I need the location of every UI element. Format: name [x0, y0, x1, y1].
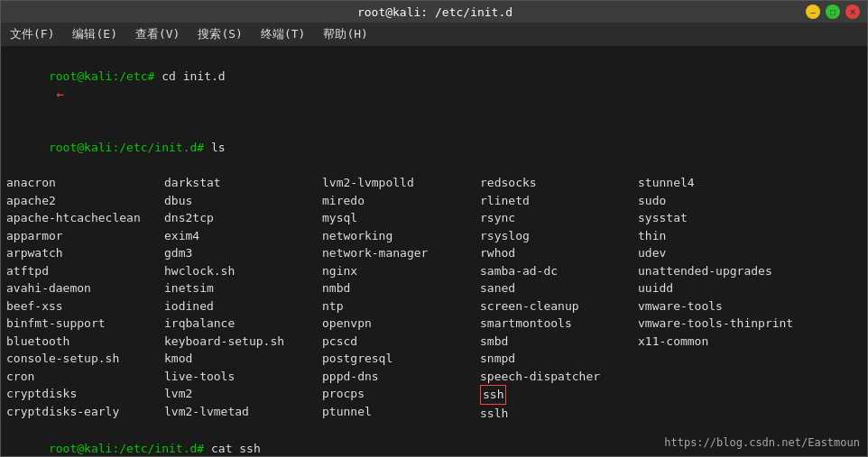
- title-bar: root@kali: /etc/init.d – □ ✕: [1, 1, 867, 23]
- file-samba-ad-dc: samba-ad-dc: [480, 262, 638, 280]
- file-sudo: sudo: [638, 192, 796, 210]
- file-exim4: exim4: [164, 227, 322, 245]
- maximize-button[interactable]: □: [826, 5, 840, 19]
- terminal-line-ls: root@kali:/etc/init.d# ls: [6, 122, 862, 175]
- file-snmpd: snmpd: [480, 350, 638, 368]
- file-lvm2-lvmpolld: lvm2-lvmpolld: [322, 174, 480, 192]
- file-screen-cleanup: screen-cleanup: [480, 297, 638, 315]
- file-apparmor: apparmor: [6, 227, 164, 245]
- file-pcscd: pcscd: [322, 333, 480, 351]
- file-beef-xss: beef-xss: [6, 297, 164, 315]
- col-5: stunnel4 sudo sysstat thin udev unattend…: [638, 174, 796, 422]
- terminal-body[interactable]: root@kali:/etc# cd init.d ← root@kali:/e…: [1, 46, 867, 456]
- prompt-3: root@kali:/etc/init.d#: [49, 442, 204, 455]
- file-vmware-tools-thinprint: vmware-tools-thinprint: [638, 315, 796, 333]
- file-irqbalance: irqbalance: [164, 315, 322, 333]
- file-keyboard-setup: keyboard-setup.sh: [164, 333, 322, 351]
- menu-file[interactable]: 文件(F): [6, 25, 58, 43]
- terminal-line-cd: root@kali:/etc# cd init.d ←: [6, 50, 862, 122]
- file-cryptdisks-early: cryptdisks-early: [6, 403, 164, 421]
- window-controls: – □ ✕: [806, 5, 867, 19]
- file-listing: anacron apache2 apache-htcacheclean appa…: [6, 174, 862, 422]
- file-rwhod: rwhod: [480, 244, 638, 262]
- menu-view[interactable]: 查看(V): [132, 25, 183, 43]
- file-cron: cron: [6, 368, 164, 386]
- file-pppd-dns: pppd-dns: [322, 368, 480, 386]
- terminal-window: root@kali: /etc/init.d – □ ✕ 文件(F) 编辑(E)…: [0, 0, 868, 457]
- window-title: root@kali: /etc/init.d: [64, 5, 806, 19]
- minimize-button[interactable]: –: [806, 5, 820, 19]
- file-miredo: miredo: [322, 192, 480, 210]
- file-saned: saned: [480, 279, 638, 297]
- file-anacron: anacron: [6, 174, 164, 192]
- file-iodined: iodined: [164, 297, 322, 315]
- file-stunnel4: stunnel4: [638, 174, 796, 192]
- file-darkstat: darkstat: [164, 174, 322, 192]
- file-lvm2-lvmetad: lvm2-lvmetad: [164, 403, 322, 421]
- menu-help[interactable]: 帮助(H): [319, 25, 371, 43]
- cmd-cat: cat ssh: [204, 442, 261, 455]
- file-cryptdisks: cryptdisks: [6, 385, 164, 403]
- file-binfmt-support: binfmt-support: [6, 315, 164, 333]
- file-dns2tcp: dns2tcp: [164, 209, 322, 227]
- col-4: redsocks rlinetd rsync rsyslog rwhod sam…: [480, 174, 638, 422]
- file-nginx: nginx: [322, 262, 480, 280]
- file-speech-dispatcher: speech-dispatcher: [480, 368, 638, 386]
- file-thin: thin: [638, 227, 796, 245]
- watermark: https://blog.csdn.net/Eastmoun: [664, 436, 860, 449]
- menu-search[interactable]: 搜索(S): [194, 25, 245, 43]
- col-3: lvm2-lvmpolld miredo mysql networking ne…: [322, 174, 480, 422]
- prompt-2: root@kali:/etc/init.d#: [49, 141, 204, 154]
- col-1: anacron apache2 apache-htcacheclean appa…: [6, 174, 164, 422]
- file-x11-common: x11-common: [638, 333, 796, 351]
- cmd-cd: cd init.d: [154, 69, 225, 83]
- file-openvpn: openvpn: [322, 315, 480, 333]
- file-rlinetd: rlinetd: [480, 192, 638, 210]
- file-dbus: dbus: [164, 192, 322, 210]
- file-ptunnel: ptunnel: [322, 403, 480, 421]
- file-smartmontools: smartmontools: [480, 315, 638, 333]
- file-procps: procps: [322, 385, 480, 403]
- file-smbd: smbd: [480, 333, 638, 351]
- file-live-tools: live-tools: [164, 368, 322, 386]
- file-redsocks: redsocks: [480, 174, 638, 192]
- file-udev: udev: [638, 244, 796, 262]
- file-uuidd: uuidd: [638, 279, 796, 297]
- file-console-setup: console-setup.sh: [6, 350, 164, 368]
- file-arpwatch: arpwatch: [6, 244, 164, 262]
- col-2: darkstat dbus dns2tcp exim4 gdm3 hwclock…: [164, 174, 322, 422]
- file-unattended-upgrades: unattended-upgrades: [638, 262, 796, 280]
- file-rsync: rsync: [480, 209, 638, 227]
- file-network-manager: network-manager: [322, 244, 480, 262]
- file-rsyslog: rsyslog: [480, 227, 638, 245]
- prompt-1: root@kali:/etc#: [49, 69, 154, 83]
- file-sslh: sslh: [480, 405, 638, 423]
- file-bluetooth: bluetooth: [6, 333, 164, 351]
- file-apache2: apache2: [6, 192, 164, 210]
- file-postgresql: postgresql: [322, 350, 480, 368]
- cmd-ls: ls: [204, 141, 225, 154]
- menu-bar: 文件(F) 编辑(E) 查看(V) 搜索(S) 终端(T) 帮助(H): [1, 23, 867, 46]
- file-mysql: mysql: [322, 209, 480, 227]
- file-networking: networking: [322, 227, 480, 245]
- file-atftpd: atftpd: [6, 262, 164, 280]
- file-inetsim: inetsim: [164, 279, 322, 297]
- file-lvm2: lvm2: [164, 385, 322, 403]
- file-sysstat: sysstat: [638, 209, 796, 227]
- close-button[interactable]: ✕: [845, 5, 860, 19]
- arrow-indicator: ←: [49, 87, 64, 101]
- file-ntp: ntp: [322, 297, 480, 315]
- file-kmod: kmod: [164, 350, 322, 368]
- file-gdm3: gdm3: [164, 244, 322, 262]
- file-vmware-tools: vmware-tools: [638, 297, 796, 315]
- file-nmbd: nmbd: [322, 279, 480, 297]
- ssh-highlight: ssh: [480, 385, 506, 405]
- file-avahi-daemon: avahi-daemon: [6, 279, 164, 297]
- menu-edit[interactable]: 编辑(E): [69, 25, 120, 43]
- file-apache-htcacheclean: apache-htcacheclean: [6, 209, 164, 227]
- file-ssh-boxed: ssh: [480, 385, 638, 405]
- menu-terminal[interactable]: 终端(T): [257, 25, 309, 43]
- file-hwclock: hwclock.sh: [164, 262, 322, 280]
